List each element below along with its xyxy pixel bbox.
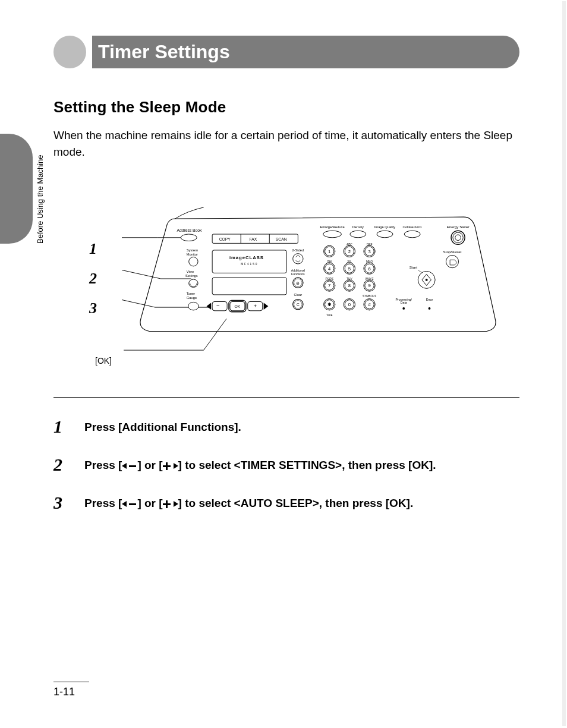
label-fax: FAX bbox=[250, 237, 257, 241]
step-2: 2 Press [] or [] to select <TIMER SETTIN… bbox=[53, 456, 519, 474]
svg-text:Gauge: Gauge bbox=[187, 296, 197, 300]
svg-text:Tone: Tone bbox=[326, 314, 333, 317]
left-minus-icon bbox=[122, 500, 137, 508]
svg-point-31 bbox=[377, 231, 393, 238]
plus-right-icon bbox=[163, 462, 178, 470]
svg-text:0: 0 bbox=[348, 302, 351, 307]
diagram-callout-2: 2 bbox=[89, 270, 97, 288]
svg-point-95 bbox=[426, 279, 428, 281]
svg-rect-18 bbox=[212, 250, 286, 273]
plus-right-icon bbox=[163, 500, 178, 508]
label-system-monitor: System bbox=[187, 248, 198, 252]
svg-text:SYMBOLS: SYMBOLS bbox=[363, 295, 376, 298]
svg-text:2: 2 bbox=[348, 249, 351, 254]
svg-rect-104 bbox=[163, 465, 171, 467]
title-pill: Timer Settings bbox=[92, 36, 519, 68]
page-title: Timer Settings bbox=[98, 41, 230, 63]
section-title: Setting the Sleep Mode bbox=[53, 98, 519, 116]
label-enlarge-reduce: Enlarge/Reduce bbox=[320, 225, 344, 229]
svg-text:+: + bbox=[253, 302, 257, 309]
svg-point-90 bbox=[453, 232, 463, 242]
svg-text:5: 5 bbox=[348, 266, 351, 272]
svg-marker-110 bbox=[174, 501, 178, 507]
diagram-callout-3: 3 bbox=[89, 300, 97, 317]
step-1: 1 Press [Additional Functions]. bbox=[53, 418, 519, 436]
step-text: Press [] or [] to select <AUTO SLEEP>, t… bbox=[84, 494, 413, 511]
page-number: 1-11 bbox=[53, 686, 89, 698]
side-chapter-label: Before Using the Machine bbox=[36, 155, 45, 244]
label-start: Start bbox=[410, 265, 417, 269]
svg-point-100 bbox=[429, 307, 431, 310]
svg-rect-102 bbox=[129, 465, 136, 467]
label-model: MF4150 bbox=[241, 263, 258, 266]
svg-text:8: 8 bbox=[348, 283, 351, 289]
label-scan: SCAN bbox=[276, 237, 287, 241]
nav-cluster: − OK + bbox=[207, 301, 269, 312]
svg-text:#: # bbox=[368, 302, 371, 307]
step-text: Press [Additional Functions]. bbox=[84, 418, 241, 435]
label-stop-reset: Stop/Reset bbox=[443, 250, 462, 254]
svg-text:Data: Data bbox=[401, 301, 407, 304]
svg-point-17 bbox=[188, 302, 199, 310]
label-clear: Clear bbox=[294, 293, 302, 297]
label-collate: Collate/2on1 bbox=[403, 225, 422, 229]
svg-text:⊛: ⊛ bbox=[296, 281, 300, 285]
svg-rect-109 bbox=[163, 503, 171, 505]
svg-point-8 bbox=[181, 234, 197, 241]
control-panel-diagram: 1 2 3 [OK] A bbox=[53, 178, 519, 398]
diagram-callout-1: 1 bbox=[89, 240, 97, 258]
side-tab bbox=[0, 134, 33, 244]
svg-text:4: 4 bbox=[328, 266, 331, 272]
label-address-book: Address Book bbox=[177, 228, 202, 232]
svg-text:7: 7 bbox=[328, 283, 330, 289]
svg-point-99 bbox=[402, 307, 405, 310]
svg-rect-21 bbox=[212, 302, 227, 311]
svg-text:C: C bbox=[297, 302, 300, 307]
svg-marker-101 bbox=[122, 463, 127, 469]
svg-marker-106 bbox=[122, 501, 127, 507]
svg-point-30 bbox=[350, 231, 366, 238]
step-3: 3 Press [] or [] to select <AUTO SLEEP>,… bbox=[53, 494, 519, 512]
svg-text:6: 6 bbox=[368, 266, 370, 272]
keypad: ABC DEF 1 2 3 GHI JKL MNO 4 5 6 PQRS TUV bbox=[324, 243, 377, 316]
label-copy: COPY bbox=[219, 237, 231, 241]
svg-text:1: 1 bbox=[328, 249, 330, 254]
svg-text:9: 9 bbox=[368, 283, 370, 289]
svg-text:✱: ✱ bbox=[327, 302, 332, 307]
intro-text: When the machine remains idle for a cert… bbox=[53, 127, 519, 160]
title-bullet bbox=[53, 36, 86, 68]
svg-point-92 bbox=[446, 256, 458, 268]
svg-text:OK: OK bbox=[235, 304, 241, 308]
label-imageclass: imageCLASS bbox=[229, 255, 264, 260]
svg-text:Settings: Settings bbox=[185, 274, 198, 278]
svg-text:Error: Error bbox=[426, 298, 433, 301]
diagram-ok-label: [OK] bbox=[95, 356, 112, 365]
svg-marker-105 bbox=[174, 463, 178, 469]
svg-text:Monitor: Monitor bbox=[187, 253, 198, 256]
label-toner-gauge: Toner bbox=[187, 292, 195, 295]
step-number: 1 bbox=[53, 418, 68, 436]
svg-rect-107 bbox=[129, 503, 136, 505]
title-bar: Timer Settings bbox=[53, 36, 519, 68]
step-text: Press [] or [] to select <TIMER SETTINGS… bbox=[84, 456, 436, 473]
svg-point-32 bbox=[404, 231, 420, 238]
label-density: Density bbox=[352, 225, 364, 229]
svg-rect-19 bbox=[212, 278, 286, 295]
svg-text:Functions: Functions bbox=[291, 272, 305, 276]
label-image-quality: Image Quality bbox=[374, 225, 396, 229]
panel-svg: Address Book COPY FAX SCAN System Monito… bbox=[122, 204, 514, 353]
svg-text:2-Sided: 2-Sided bbox=[292, 248, 304, 252]
page-footer: 1-11 bbox=[53, 682, 89, 698]
step-number: 2 bbox=[53, 456, 68, 474]
left-minus-icon bbox=[122, 462, 137, 470]
label-energy-saver: Energy Saver bbox=[447, 225, 470, 229]
svg-text:−: − bbox=[216, 302, 220, 309]
svg-text:3: 3 bbox=[368, 249, 370, 254]
svg-point-29 bbox=[323, 231, 342, 238]
svg-point-13 bbox=[189, 257, 198, 266]
step-number: 3 bbox=[53, 494, 68, 512]
label-view-settings: View bbox=[187, 270, 194, 273]
